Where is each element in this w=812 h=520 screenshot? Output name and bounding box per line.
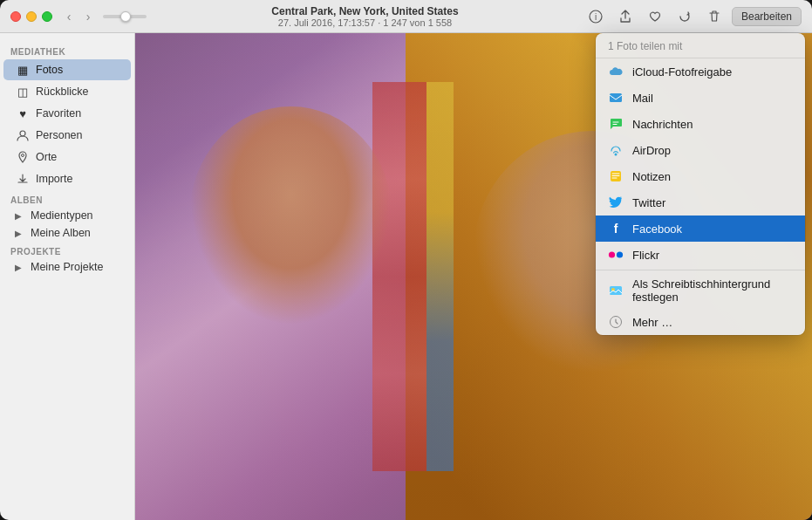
svg-point-2: [20, 131, 25, 136]
menu-separator: [596, 270, 805, 270]
sidebar-meine-alben-label: Meine Alben: [31, 227, 91, 239]
share-twitter-label: Twitter: [632, 196, 665, 209]
share-notizen[interactable]: Notizen: [596, 163, 805, 189]
sidebar-personen-label: Personen: [36, 129, 83, 141]
share-button[interactable]: [613, 4, 638, 29]
sidebar-item-meine-alben[interactable]: ▶ Meine Alben: [0, 224, 134, 242]
back-button[interactable]: ‹: [61, 9, 77, 24]
title-area: Central Park, New York, United States 27…: [147, 5, 583, 28]
share-airdrop[interactable]: AirDrop: [596, 137, 805, 163]
maximize-button[interactable]: [42, 11, 52, 22]
share-dropdown: 1 Foto teilen mit iCloud-Fotofreigabe Ma…: [596, 33, 805, 335]
share-notizen-label: Notizen: [632, 170, 671, 183]
toolbar-buttons: i: [583, 4, 812, 29]
share-icloud[interactable]: iCloud-Fotofreigabe: [596, 58, 805, 85]
sidebar-item-meine-projekte[interactable]: ▶ Meine Projekte: [0, 258, 134, 276]
sidebar: Mediathek ▦ Fotos ◫ Rückblicke ♥ Favorit…: [0, 33, 135, 520]
svg-point-3: [22, 154, 24, 157]
share-wallpaper-label: Als Schreibtischhintergrund festlegen: [632, 277, 793, 304]
more-icon: [608, 314, 624, 330]
sidebar-item-medientypen[interactable]: ▶ Medientypen: [0, 207, 134, 224]
titlebar: ‹ › Central Park, New York, United State…: [0, 0, 812, 33]
sidebar-item-orte[interactable]: Orte: [3, 147, 131, 168]
sidebar-item-personen[interactable]: Personen: [3, 125, 131, 146]
folder-icon: ▶: [12, 209, 24, 222]
sidebar-item-favoriten[interactable]: ♥ Favoriten: [3, 103, 131, 124]
share-nachrichten[interactable]: Nachrichten: [596, 111, 805, 137]
share-nachrichten-label: Nachrichten: [632, 118, 693, 131]
nav-buttons: ‹ ›: [61, 9, 96, 24]
airdrop-icon: [608, 142, 624, 158]
sidebar-item-importe[interactable]: Importe: [3, 168, 131, 189]
sidebar-importe-label: Importe: [36, 173, 72, 185]
svg-text:i: i: [595, 12, 597, 22]
favorite-button[interactable]: [643, 4, 667, 29]
minimize-button[interactable]: [26, 11, 37, 22]
facebook-icon: f: [608, 221, 624, 236]
icloud-icon: [608, 64, 624, 79]
delete-button[interactable]: [702, 4, 727, 29]
mediathek-section-label: Mediathek: [0, 42, 134, 58]
projekte-section-label: Projekte: [0, 242, 134, 258]
sidebar-medientypen-label: Medientypen: [31, 209, 93, 222]
sidebar-favoriten-label: Favoriten: [36, 107, 81, 120]
share-mehr[interactable]: Mehr …: [596, 309, 805, 335]
fotos-icon: ▦: [16, 63, 30, 77]
share-flickr[interactable]: Flickr: [596, 242, 805, 268]
share-twitter[interactable]: Twitter: [596, 189, 805, 216]
importe-icon: [16, 172, 30, 186]
close-button[interactable]: [10, 11, 21, 22]
bearbeiten-button[interactable]: Bearbeiten: [732, 7, 802, 26]
dropdown-header: 1 Foto teilen mit: [596, 33, 805, 58]
share-wallpaper[interactable]: Als Schreibtischhintergrund festlegen: [596, 272, 805, 309]
photo-location: Central Park, New York, United States: [147, 5, 583, 17]
app-window: ‹ › Central Park, New York, United State…: [0, 0, 812, 520]
share-mehr-label: Mehr …: [632, 316, 672, 329]
share-mail-label: Mail: [632, 92, 653, 105]
share-facebook-label: Facebook: [632, 222, 682, 236]
share-icloud-label: iCloud-Fotofreigabe: [632, 65, 732, 79]
sidebar-item-fotos[interactable]: ▦ Fotos: [3, 59, 131, 80]
rotate-button[interactable]: [672, 4, 697, 29]
flickr-icon: [608, 247, 624, 263]
alben-section-label: Alben: [0, 190, 134, 207]
twitter-icon: [608, 195, 624, 210]
sidebar-orte-label: Orte: [36, 151, 57, 163]
wallpaper-icon: [608, 283, 624, 298]
mail-icon: [608, 90, 624, 106]
sidebar-rueckblicke-label: Rückblicke: [36, 86, 88, 98]
sidebar-meine-projekte-label: Meine Projekte: [31, 261, 103, 273]
zoom-slider[interactable]: [103, 15, 147, 18]
sidebar-item-rueckblicke[interactable]: ◫ Rückblicke: [3, 81, 131, 102]
svg-rect-4: [610, 93, 622, 102]
photo-meta: 27. Juli 2016, 17:13:57 · 1 247 von 1 55…: [147, 17, 583, 28]
svg-rect-9: [610, 286, 622, 295]
svg-point-5: [615, 154, 618, 156]
rueckblicke-icon: ◫: [16, 85, 30, 99]
share-mail[interactable]: Mail: [596, 85, 805, 111]
forward-button[interactable]: ›: [80, 9, 96, 24]
svg-point-8: [617, 251, 623, 257]
sidebar-fotos-label: Fotos: [36, 64, 63, 76]
share-facebook[interactable]: f Facebook: [596, 216, 805, 242]
messages-icon: [608, 116, 624, 132]
folder-icon-3: ▶: [12, 261, 24, 273]
orte-icon: [16, 150, 30, 164]
share-flickr-label: Flickr: [632, 249, 659, 262]
svg-point-7: [609, 251, 615, 257]
traffic-lights: [0, 11, 52, 22]
personen-icon: [16, 128, 30, 142]
favoriten-icon: ♥: [16, 106, 30, 120]
info-button[interactable]: i: [583, 4, 608, 29]
share-airdrop-label: AirDrop: [632, 144, 671, 157]
folder-icon-2: ▶: [12, 227, 24, 239]
notes-icon: [608, 168, 624, 184]
